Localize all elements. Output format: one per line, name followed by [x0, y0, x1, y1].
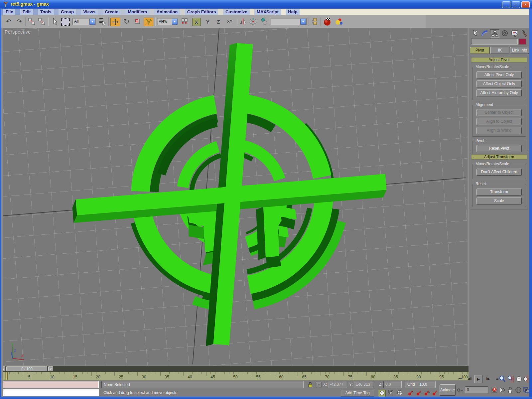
menu-tools[interactable]: Tools: [38, 9, 54, 15]
restrict-xy-button[interactable]: XY: [225, 18, 235, 26]
material-editor-icon[interactable]: [334, 18, 344, 26]
zoom-extents-all-button[interactable]: [523, 375, 530, 384]
menu-views[interactable]: Views: [81, 9, 98, 15]
time-slider[interactable]: 0 / 100: [6, 366, 48, 371]
degradation-override-icon[interactable]: [378, 390, 386, 397]
menu-customize[interactable]: Customize: [223, 9, 250, 15]
reference-coordinate-dropdown[interactable]: View ▼: [157, 18, 178, 25]
absolute-offset-toggle[interactable]: ○: [316, 382, 322, 387]
key-mode-icon[interactable]: [457, 387, 464, 395]
menu-help[interactable]: Help: [286, 9, 300, 15]
select-and-move-icon[interactable]: [110, 18, 120, 26]
key-filter-a-icon[interactable]: A: [415, 390, 423, 397]
track-view-icon[interactable]: [311, 18, 319, 26]
object-name-field[interactable]: [471, 39, 518, 45]
restrict-y-button[interactable]: Y: [203, 18, 212, 26]
key-filter-percent-icon[interactable]: %: [423, 390, 431, 397]
tab-display-icon[interactable]: [510, 29, 519, 38]
menu-graph-editors[interactable]: Graph Editors: [185, 9, 218, 15]
crossing-selection-icon[interactable]: [396, 390, 403, 397]
object-color-swatch[interactable]: [519, 39, 526, 45]
mirror-icon[interactable]: [239, 18, 247, 26]
maxscript-mini-listener-white[interactable]: [3, 389, 99, 396]
reset-pivot-button[interactable]: Reset Pivot: [476, 145, 522, 152]
selection-filter-dropdown[interactable]: All ▼: [72, 18, 96, 25]
arc-rotate-icon[interactable]: [515, 386, 522, 395]
frame-marker[interactable]: [5, 372, 8, 380]
close-button[interactable]: ×: [521, 1, 530, 8]
perspective-viewport[interactable]: Perspective: [3, 28, 467, 365]
dropdown-arrow-icon[interactable]: ▼: [172, 19, 178, 25]
current-frame-field[interactable]: 0: [465, 386, 488, 393]
undo-icon[interactable]: ↶: [4, 18, 13, 26]
selection-lock-icon[interactable]: [308, 382, 313, 389]
selection-filter-pan-icon[interactable]: [499, 386, 506, 395]
previous-frame-button[interactable]: ◀‖: [466, 375, 473, 383]
named-selection-dropdown[interactable]: ▼: [271, 18, 307, 25]
dropdown-arrow-icon[interactable]: ▼: [300, 19, 306, 25]
rollout-adjust-transform-header[interactable]: - Adjust Transform: [471, 154, 527, 160]
track-bar[interactable]: < 0 / 100 >: [0, 366, 468, 372]
select-region-icon[interactable]: [61, 18, 70, 26]
render-icon[interactable]: [323, 18, 332, 26]
zoom-extents-button[interactable]: [515, 375, 523, 384]
collapse-icon[interactable]: -: [473, 58, 474, 63]
tab-create-icon[interactable]: [470, 29, 479, 38]
menu-group[interactable]: Group: [59, 9, 76, 15]
select-and-rotate-icon[interactable]: ↻: [122, 18, 131, 26]
menu-maxscript[interactable]: MAXScript: [254, 9, 281, 15]
array-icon[interactable]: [249, 18, 257, 26]
link-icon[interactable]: [27, 18, 36, 26]
add-time-tag[interactable]: Add Time Tag: [341, 390, 374, 397]
x-coordinate-field[interactable]: -42.377: [328, 381, 347, 388]
min-max-toggle-icon[interactable]: [523, 386, 530, 395]
rollout-adjust-pivot-header[interactable]: - Adjust Pivot: [471, 57, 527, 63]
animate-button[interactable]: Animate: [440, 384, 456, 396]
align-to-object-button[interactable]: Align to Object: [476, 118, 522, 125]
affect-pivot-only-button[interactable]: Affect Pivot Only: [476, 71, 522, 78]
select-and-scale-icon[interactable]: [133, 18, 142, 26]
time-configuration-icon[interactable]: [491, 386, 498, 394]
play-button[interactable]: ▶: [474, 375, 482, 383]
menu-file[interactable]: File: [3, 9, 15, 15]
menu-animation[interactable]: Animation: [154, 9, 180, 15]
use-center-icon[interactable]: [180, 18, 189, 26]
reset-transform-button[interactable]: Transform: [476, 189, 522, 196]
key-filter-dots-icon[interactable]: ⁚: [431, 390, 439, 397]
select-and-manipulate-icon[interactable]: [144, 18, 153, 26]
menu-modifiers[interactable]: Modifiers: [125, 9, 149, 15]
restrict-x-button[interactable]: X: [192, 18, 201, 26]
maximize-button[interactable]: □: [512, 1, 520, 8]
align-to-world-button[interactable]: Align to World: [476, 127, 522, 134]
collapse-icon[interactable]: -: [473, 155, 474, 160]
tab-modify-icon[interactable]: [480, 29, 489, 38]
select-icon[interactable]: [51, 18, 59, 26]
track-next-button[interactable]: >: [48, 366, 53, 371]
tab-pivot[interactable]: Pivot: [470, 47, 490, 54]
affect-object-only-button[interactable]: Affect Object Only: [476, 80, 522, 87]
maxscript-mini-listener-pink[interactable]: [3, 381, 99, 388]
zoom-all-button[interactable]: [507, 375, 514, 384]
zoom-button[interactable]: [499, 375, 506, 384]
timeline-ruler[interactable]: 5 10 15 20 25 30 35 40 45 50 55 60 65 70…: [0, 372, 468, 380]
unlink-icon[interactable]: [37, 18, 46, 26]
affect-hierarchy-only-button[interactable]: Affect Hierarchy Only: [476, 89, 522, 96]
menu-create[interactable]: Create: [103, 9, 121, 15]
dont-affect-children-button[interactable]: Don't Affect Children: [476, 169, 522, 176]
selection-brackets-icon[interactable]: [387, 390, 394, 397]
reset-scale-button[interactable]: Scale: [476, 198, 522, 204]
next-frame-button[interactable]: ‖▶: [484, 375, 492, 383]
minimize-button[interactable]: _: [502, 1, 510, 8]
redo-icon[interactable]: ↷: [15, 18, 24, 26]
menu-edit[interactable]: Edit: [20, 9, 33, 15]
tab-motion-icon[interactable]: [500, 29, 509, 38]
y-coordinate-field[interactable]: 146.313: [354, 381, 373, 388]
z-coordinate-field[interactable]: 0.0: [383, 381, 402, 388]
snap-toggle-icon[interactable]: [259, 18, 269, 26]
reticle-object[interactable]: [3, 28, 467, 365]
key-filter-3-icon[interactable]: 3: [407, 390, 414, 397]
tab-hierarchy-icon[interactable]: [490, 29, 499, 38]
pan-hand-icon[interactable]: [507, 386, 514, 395]
tab-utilities-icon[interactable]: [520, 29, 529, 38]
dropdown-arrow-icon[interactable]: ▼: [89, 19, 95, 25]
